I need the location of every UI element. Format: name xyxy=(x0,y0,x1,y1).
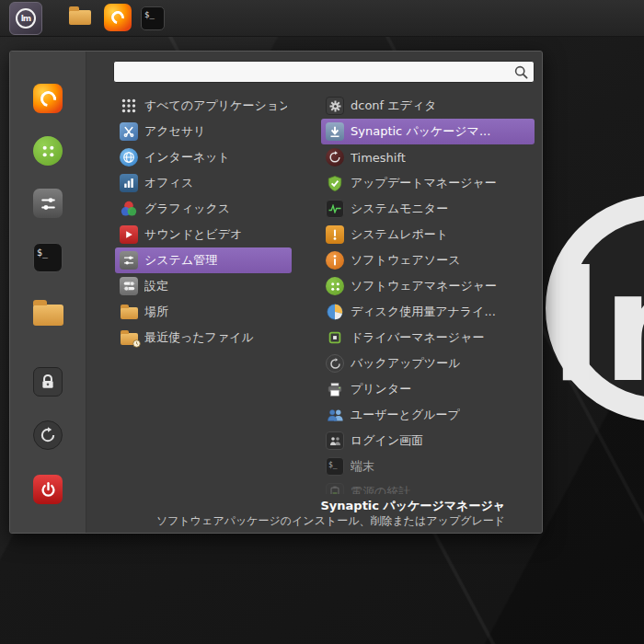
application-list: dconf エディタ Synaptic パッケージマ... Timeshift … xyxy=(321,93,535,505)
menu-favorites-sidebar: $_ xyxy=(10,52,86,533)
category-item-sound-video[interactable]: サウンドとビデオ xyxy=(115,222,292,247)
menu-button[interactable]: lm xyxy=(9,2,42,35)
search-icon xyxy=(514,65,528,79)
firefox-launcher-button[interactable] xyxy=(104,4,132,31)
app-item-driver-manager[interactable]: ドライバーマネージャー xyxy=(321,325,535,351)
search-input[interactable] xyxy=(120,65,514,79)
system-monitor-icon xyxy=(326,200,344,218)
graphics-icon xyxy=(120,200,138,218)
sidebar-item-system-settings[interactable] xyxy=(29,184,67,223)
logout-icon xyxy=(33,420,63,450)
software-manager-icon xyxy=(326,277,344,295)
backup-tool-icon xyxy=(326,354,344,373)
all-applications-icon xyxy=(120,97,138,115)
system-settings-icon xyxy=(33,189,63,218)
app-item-update-manager[interactable]: アップデートマネージャー xyxy=(321,170,535,196)
sidebar-item-lock-screen[interactable] xyxy=(29,362,67,401)
category-item-preferences[interactable]: 設定 xyxy=(115,273,292,299)
category-list: すべてのアプリケーション アクセサリ インターネット オフィス グラフィックス xyxy=(115,93,292,351)
recent-files-icon xyxy=(120,328,138,347)
dconf-editor-icon xyxy=(326,97,344,115)
timeshift-icon xyxy=(326,148,344,167)
lock-screen-icon xyxy=(33,367,63,397)
driver-manager-icon xyxy=(326,328,344,347)
system-reports-icon xyxy=(326,225,344,244)
files-folder-icon xyxy=(33,305,63,326)
search-bar xyxy=(113,61,535,83)
terminal-icon: $_ xyxy=(33,243,63,272)
taskbar: lm $_ xyxy=(0,0,644,37)
category-item-places[interactable]: 場所 xyxy=(115,299,292,325)
users-groups-icon xyxy=(326,406,344,424)
sidebar-item-logout[interactable] xyxy=(29,416,67,454)
software-manager-icon xyxy=(33,136,63,166)
app-item-backup-tool[interactable]: バックアップツール xyxy=(321,351,535,376)
category-item-recent-files[interactable]: 最近使ったファイル xyxy=(115,325,292,351)
synaptic-icon xyxy=(326,122,344,141)
app-item-software-manager[interactable]: ソフトウェアマネージャー xyxy=(321,273,535,299)
terminal-launcher-button[interactable]: $_ xyxy=(141,6,165,30)
places-icon xyxy=(120,303,138,321)
app-item-disk-usage-analyzer[interactable]: ディスク使用量アナライ... xyxy=(321,299,535,325)
firefox-icon xyxy=(33,84,63,113)
app-item-terminal[interactable]: $_ 端末 xyxy=(321,454,535,479)
accessories-icon xyxy=(120,122,138,141)
svg-text:$_: $_ xyxy=(37,247,49,259)
app-item-timeshift[interactable]: Timeshift xyxy=(321,144,535,170)
sound-video-icon xyxy=(120,225,138,244)
svg-text:$_: $_ xyxy=(144,10,155,19)
app-item-software-sources[interactable]: ソフトウェアソース xyxy=(321,247,535,273)
sidebar-item-terminal[interactable]: $_ xyxy=(29,238,67,277)
app-item-login-window[interactable]: ログイン画面 xyxy=(321,428,535,454)
category-item-graphics[interactable]: グラフィックス xyxy=(115,196,292,222)
files-launcher-button[interactable] xyxy=(69,10,91,25)
sidebar-item-firefox[interactable] xyxy=(29,79,67,118)
shutdown-icon xyxy=(33,475,63,504)
svg-text:lm: lm xyxy=(550,239,644,416)
printers-icon xyxy=(326,380,344,398)
app-item-printers[interactable]: プリンター xyxy=(321,376,535,402)
app-item-dconf-editor[interactable]: dconf エディタ xyxy=(321,93,535,119)
firefox-icon xyxy=(109,8,126,26)
disk-usage-analyzer-icon xyxy=(326,303,344,321)
terminal-icon: $_ xyxy=(142,7,160,22)
svg-text:$_: $_ xyxy=(328,461,338,469)
app-item-system-reports[interactable]: システムレポート xyxy=(321,222,535,247)
sidebar-item-shutdown[interactable] xyxy=(29,470,67,509)
category-item-accessories[interactable]: アクセサリ xyxy=(115,119,292,144)
application-menu: $_ xyxy=(9,51,543,534)
sidebar-item-files[interactable] xyxy=(29,295,67,334)
internet-icon xyxy=(120,148,138,167)
app-item-synaptic[interactable]: Synaptic パッケージマ... xyxy=(321,119,535,144)
software-sources-icon xyxy=(326,251,344,270)
administration-icon xyxy=(120,251,138,270)
category-item-administration[interactable]: システム管理 xyxy=(115,247,292,273)
sidebar-item-software-manager[interactable] xyxy=(29,132,67,170)
selected-app-description: ソフトウェアパッケージのインストール、削除またはアップグレード xyxy=(96,513,505,528)
app-item-system-monitor[interactable]: システムモニター xyxy=(321,196,535,222)
update-manager-icon xyxy=(326,174,344,192)
login-window-icon xyxy=(326,431,344,450)
mint-logo-icon: lm xyxy=(16,8,36,29)
category-item-office[interactable]: オフィス xyxy=(115,170,292,196)
selected-app-info: Synaptic パッケージマネージャ ソフトウェアパッケージのインストール、削… xyxy=(86,494,542,533)
office-icon xyxy=(120,174,138,192)
category-item-internet[interactable]: インターネット xyxy=(115,144,292,170)
terminal-icon: $_ xyxy=(326,457,344,476)
preferences-icon xyxy=(120,277,138,295)
files-folder-icon xyxy=(69,10,91,25)
category-item-all-applications[interactable]: すべてのアプリケーション xyxy=(115,93,292,119)
selected-app-title: Synaptic パッケージマネージャ xyxy=(96,498,505,513)
app-item-users-groups[interactable]: ユーザーとグループ xyxy=(321,402,535,428)
